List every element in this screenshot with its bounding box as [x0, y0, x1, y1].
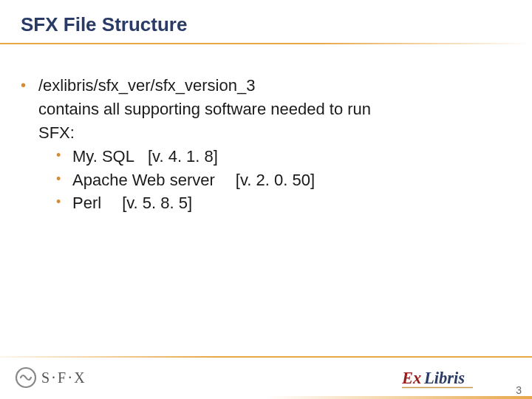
software-name: Perl — [72, 194, 101, 212]
sub-item-apache: • Apache Web server[v. 2. 0. 50] — [56, 168, 502, 192]
footer-divider — [0, 356, 532, 358]
bottom-accent-bar — [0, 396, 532, 399]
sub-item-text: My. SQL[v. 4. 1. 8] — [72, 145, 502, 168]
description-line-2: SFX: — [38, 121, 502, 145]
slide-content: • /exlibris/sfx_ver/sfx_version_3 contai… — [21, 74, 502, 215]
svg-text:Libris: Libris — [423, 369, 465, 387]
bullet-icon: • — [56, 145, 72, 166]
bullet-icon: • — [21, 74, 38, 97]
bullet-item-main: • /exlibris/sfx_ver/sfx_version_3 — [21, 74, 502, 98]
page-number: 3 — [516, 384, 522, 396]
sub-item-text: Perl[v. 5. 8. 5] — [72, 191, 502, 215]
main-path: /exlibris/sfx_ver/sfx_version_3 — [38, 74, 502, 98]
software-name: My. SQL — [72, 147, 134, 166]
description-line-1: contains all supporting software needed … — [38, 98, 502, 121]
svg-rect-4 — [402, 387, 473, 389]
title-underline — [0, 43, 532, 44]
svg-text:Ex: Ex — [402, 369, 421, 387]
sfx-logo-icon: S·F·X — [13, 365, 102, 390]
software-version: [v. 5. 8. 5] — [122, 194, 192, 212]
software-version: [v. 2. 0. 50] — [236, 171, 315, 189]
slide: SFX File Structure • /exlibris/sfx_ver/s… — [0, 0, 532, 399]
sub-item-mysql: • My. SQL[v. 4. 1. 8] — [56, 145, 502, 168]
bullet-icon: • — [56, 191, 72, 213]
bullet-icon: • — [56, 168, 72, 190]
slide-title: SFX File Structure — [21, 13, 187, 36]
slide-footer: S·F·X Ex Libris 3 — [0, 356, 532, 399]
exlibris-logo-icon: Ex Libris — [402, 365, 491, 395]
svg-text:S·F·X: S·F·X — [41, 369, 87, 386]
software-version: [v. 4. 1. 8] — [148, 147, 218, 166]
software-name: Apache Web server — [72, 171, 215, 189]
sub-item-text: Apache Web server[v. 2. 0. 50] — [72, 168, 502, 192]
sub-item-perl: • Perl[v. 5. 8. 5] — [56, 191, 502, 215]
